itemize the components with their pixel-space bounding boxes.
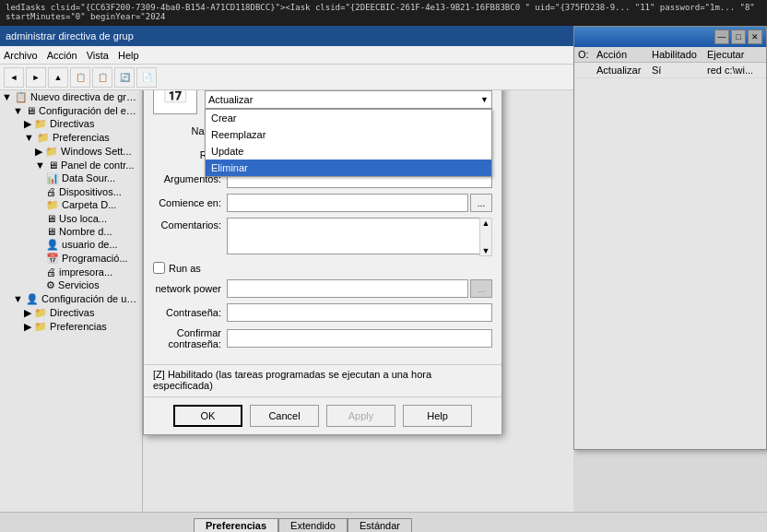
run-as-checkbox[interactable]: [153, 262, 165, 274]
startin-row: Comience en: ...: [153, 194, 492, 212]
scroll-down-btn[interactable]: ▼: [480, 246, 491, 255]
enabled-section: [Z] Habilitado (las tareas programadas s…: [144, 364, 502, 396]
menu-accion[interactable]: Acción: [47, 50, 77, 61]
password-row: Contraseña:: [153, 303, 492, 322]
network-power-label: network power: [153, 283, 227, 294]
mmc-toolbar: ◄ ► ▲ 📋 📋 🔄 📄: [0, 65, 573, 90]
enabled-text: [Z] Habilitado (las tareas programadas s…: [153, 369, 431, 391]
confirm-password-input[interactable]: [227, 329, 492, 348]
toolbar-up[interactable]: ▲: [48, 67, 68, 88]
toolbar-forward[interactable]: ►: [26, 67, 46, 88]
action-selected-value: Actualizar: [208, 94, 480, 105]
dropdown-arrow-icon: ▼: [480, 95, 489, 104]
help-button[interactable]: Help: [403, 405, 472, 427]
action-select-container: Actualizar ▼ Crear Reemplazar Update Eli…: [205, 90, 492, 109]
confirm-password-row: Confirmar contraseña:: [153, 327, 492, 349]
comments-row: Comentarios: ▲ ▼: [153, 218, 492, 256]
network-power-input[interactable]: [227, 279, 468, 298]
apply-button[interactable]: Apply: [326, 405, 395, 427]
network-power-browse-btn[interactable]: ...: [470, 279, 492, 298]
scroll-up-btn[interactable]: ▲: [480, 219, 491, 228]
network-power-row: network power ...: [153, 279, 492, 298]
dialog-footer: OK Cancel Apply Help: [144, 396, 502, 434]
comments-textarea[interactable]: [227, 218, 492, 254]
menu-archivo[interactable]: Archivo: [4, 50, 38, 61]
cancel-button[interactable]: Cancel: [250, 405, 319, 427]
mmc-title: administrar directiva de grup: [6, 30, 134, 41]
toolbar-refresh[interactable]: 🔄: [114, 67, 135, 88]
startin-field-group: ...: [227, 194, 492, 212]
startin-browse-btn[interactable]: ...: [470, 194, 492, 212]
option-eliminar[interactable]: Eliminar: [206, 160, 491, 176]
mmc-titlebar: administrar directiva de grup: [0, 26, 573, 46]
password-input[interactable]: [227, 303, 492, 322]
toolbar-back[interactable]: ◄: [4, 67, 24, 88]
mmc-menubar: Archivo Acción Vista Help: [0, 46, 573, 65]
menu-vista[interactable]: Vista: [87, 50, 109, 61]
ok-button[interactable]: OK: [173, 405, 242, 427]
option-crear[interactable]: Crear: [206, 110, 491, 126]
option-update[interactable]: Update: [206, 143, 491, 160]
toolbar-copy2[interactable]: 📋: [92, 67, 112, 88]
action-select[interactable]: Actualizar ▼: [205, 90, 492, 109]
xml-code-text: ledIasks clsid="{CC63F200-7309-4ba0-B154…: [6, 3, 755, 21]
dialog-body: 📅 Acción: Actualizar ▼ Crear Reemplazar: [144, 61, 502, 364]
startin-input[interactable]: [227, 194, 468, 212]
toolbar-properties[interactable]: 📄: [136, 67, 157, 88]
comments-label: Comentarios:: [153, 218, 227, 231]
comments-field: ▲ ▼: [227, 218, 492, 256]
xml-code-bar: ledIasks clsid="{CC63F200-7309-4ba0-B154…: [0, 0, 767, 26]
comments-scrollbar[interactable]: ▲ ▼: [479, 218, 492, 256]
toolbar-copy1[interactable]: 📋: [70, 67, 90, 88]
confirm-password-label: Confirmar contraseña:: [153, 327, 227, 349]
option-reemplazar[interactable]: Reemplazar: [206, 126, 491, 143]
password-label: Contraseña:: [153, 307, 227, 318]
run-as-row: Run as: [153, 262, 492, 274]
run-as-label: Run as: [169, 263, 201, 274]
menu-help[interactable]: Help: [118, 50, 139, 61]
action-dropdown: Crear Reemplazar Update Eliminar: [205, 109, 492, 177]
startin-label: Comience en:: [153, 197, 227, 208]
network-power-group: ...: [227, 279, 492, 298]
